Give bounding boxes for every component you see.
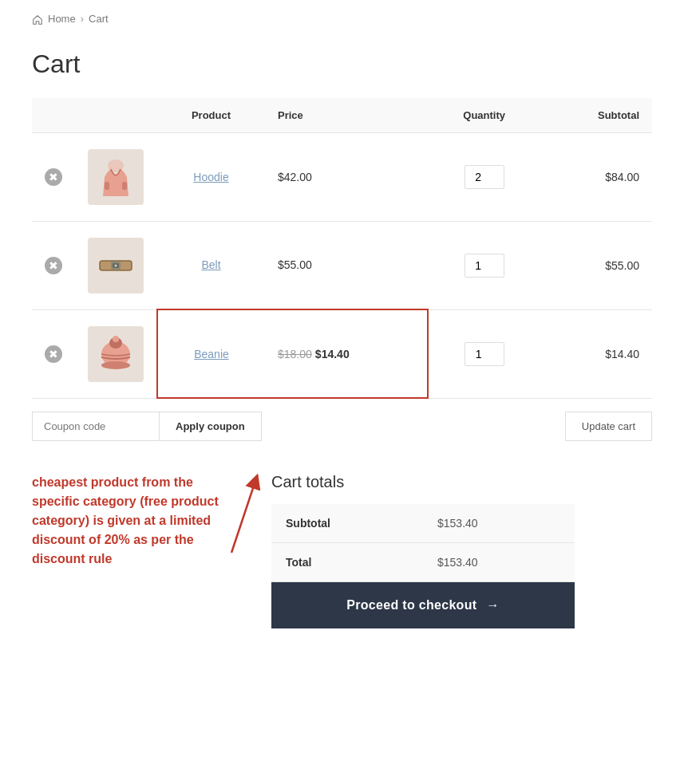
product-name-cell: Hoodie [157,132,265,221]
quantity-cell [428,221,540,309]
product-image [88,326,144,382]
breadcrumb-current: Cart [89,13,109,25]
product-link[interactable]: Belt [201,258,220,271]
remove-cell: ✖ [32,132,75,221]
col-header-price: Price [265,98,428,133]
remove-cell: ✖ [32,309,75,398]
price-value: $42.00 [278,171,312,183]
col-header-quantity: Quantity [428,98,540,133]
breadcrumb: Home › Cart [32,13,652,26]
checkout-button[interactable]: Proceed to checkout → [271,582,575,628]
cart-actions: Apply coupon Update cart [32,412,652,441]
cart-totals: Cart totals Subtotal $153.40 Total $153.… [271,473,575,628]
price-cell: $42.00 [265,132,428,221]
price-value: $55.00 [278,258,312,271]
col-header-remove [32,98,75,133]
col-header-subtotal: Subtotal [540,98,652,133]
subtotal-cell: $84.00 [540,132,652,221]
coupon-input[interactable] [32,412,160,441]
quantity-input[interactable] [465,342,504,366]
totals-table: Subtotal $153.40 Total $153.40 [271,504,575,582]
svg-point-7 [115,264,117,266]
svg-line-12 [231,481,255,553]
product-image-cell [75,309,157,398]
product-link[interactable]: Hoodie [193,171,228,183]
breadcrumb-separator: › [81,13,84,25]
subtotal-cell: $14.40 [540,309,652,398]
quantity-cell [428,309,540,398]
total-value: $153.40 [423,543,575,582]
update-cart-button[interactable]: Update cart [565,412,652,441]
bottom-section: cheapest product from the specific categ… [32,473,652,628]
table-header-row: Product Price Quantity Subtotal [32,98,652,133]
svg-rect-2 [122,182,127,190]
product-name-cell: Belt [157,221,265,309]
subtotal-cell: $55.00 [540,221,652,309]
table-row: ✖ Beanie $18.00$14.40 $14.40 [32,309,652,398]
table-row: ✖ Belt $55.00 $55.00 [32,221,652,309]
col-header-product: Product [157,98,265,133]
price-original: $18.00 [278,348,312,360]
cart-totals-title: Cart totals [271,473,575,491]
page-title: Cart [32,49,652,79]
cart-table: Product Price Quantity Subtotal ✖ Hoodie… [32,98,652,400]
col-header-img [75,98,157,133]
product-image [88,149,144,205]
remove-button[interactable]: ✖ [45,257,62,274]
svg-point-11 [113,336,119,342]
annotation-text: cheapest product from the specific categ… [32,473,239,569]
quantity-input[interactable] [465,165,504,189]
product-image-cell [75,132,157,221]
table-row: ✖ Hoodie $42.00 $84.00 [32,132,652,221]
product-name-cell: Beanie [157,309,265,398]
product-image-cell [75,221,157,309]
quantity-input[interactable] [465,254,504,278]
total-label: Total [271,543,423,582]
price-sale: $14.40 [315,348,350,360]
checkout-arrow-icon: → [486,598,499,613]
price-cell: $18.00$14.40 [265,309,428,398]
product-link[interactable]: Beanie [194,348,229,360]
svg-point-9 [101,361,130,369]
totals-subtotal-row: Subtotal $153.40 [271,504,575,543]
home-icon [32,13,43,26]
subtotal-value: $153.40 [423,504,575,543]
price-cell: $55.00 [265,221,428,309]
breadcrumb-home-link[interactable]: Home [48,13,76,25]
remove-cell: ✖ [32,221,75,309]
remove-button[interactable]: ✖ [45,345,62,363]
remove-button[interactable]: ✖ [45,168,62,186]
apply-coupon-button[interactable]: Apply coupon [160,412,262,441]
quantity-cell [428,132,540,221]
coupon-section: Apply coupon [32,412,262,441]
svg-rect-1 [105,182,109,190]
totals-total-row: Total $153.40 [271,543,575,582]
checkout-label: Proceed to checkout [346,598,476,613]
subtotal-label: Subtotal [271,504,423,543]
product-image [88,238,144,294]
